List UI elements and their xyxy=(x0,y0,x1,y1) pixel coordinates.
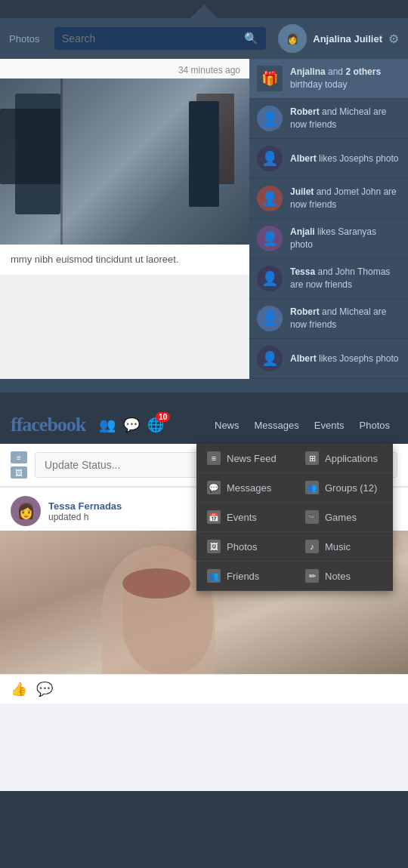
post-image xyxy=(0,78,249,245)
avatar: 👤 xyxy=(257,346,283,371)
music-icon: ♪ xyxy=(305,540,319,553)
sidebar-item-text: Albert likes Josephs photo xyxy=(290,352,398,365)
nav-events[interactable]: Events xyxy=(307,417,352,434)
games-label: Games xyxy=(325,512,357,523)
sidebar-item-text: Robert and Micheal are now friends xyxy=(290,306,400,331)
birthday-text: Anjalina and 2 others birthday today xyxy=(290,66,400,91)
avatar: 👤 xyxy=(257,146,283,171)
avatar: 👤 xyxy=(257,226,283,251)
dropdown-item-groups[interactable]: 👥 Groups (12) xyxy=(295,473,393,503)
friends-label: Friends xyxy=(227,571,259,582)
nav-news[interactable]: News xyxy=(207,417,247,434)
groups-icon: 👥 xyxy=(305,481,319,494)
feed-post-meta: Tessa Fernadas updated h xyxy=(48,500,122,522)
sidebar-birthday-item[interactable]: 🎁 Anjalina and 2 others birthday today xyxy=(249,59,408,99)
list-item[interactable]: 👤 Tessa and John Thomas are now friends xyxy=(249,259,408,299)
notification-badge: 10 xyxy=(156,412,170,422)
messages-icon-symbol: 💬 xyxy=(123,417,140,432)
facebook-logo: ffacebook xyxy=(11,414,85,436)
fb-icon-group: 👥 💬 🌐 10 xyxy=(99,417,164,433)
dropdown-item-games[interactable]: 🎮 Games xyxy=(295,503,393,532)
post-timestamp: 34 minutes ago xyxy=(0,59,249,78)
sidebar-item-text: Tessa and John Thomas are now friends xyxy=(290,266,400,291)
avatar: 👤 xyxy=(257,306,283,331)
status-icons: ≡ 🖼 xyxy=(11,451,27,479)
gear-icon[interactable]: ⚙ xyxy=(388,32,399,46)
bottom-arrow-container xyxy=(0,379,408,392)
sidebar-item-text: Juilet and Jomet John are now friends xyxy=(290,186,400,211)
bottom-arrow-shape xyxy=(190,379,218,392)
sidebar-item-text: Anjali likes Saranyas photo xyxy=(290,226,400,251)
right-sidebar: 🎁 Anjalina and 2 others birthday today 👤… xyxy=(249,59,408,379)
list-item[interactable]: 👤 Albert likes Josephs photo xyxy=(249,339,408,379)
dropdown-menu: ≡ News Feed 💬 Messages 📅 Events 🖼 Photos xyxy=(196,444,393,591)
status-icon-text: ≡ xyxy=(11,451,27,463)
notes-icon: ✏ xyxy=(305,569,319,583)
feed-post-avatar: 👩 xyxy=(11,496,41,526)
dropdown-left-col: ≡ News Feed 💬 Messages 📅 Events 🖼 Photos xyxy=(196,444,295,591)
messages-menu-label: Messages xyxy=(227,482,271,494)
dropdown-item-newsfeed[interactable]: ≡ News Feed xyxy=(196,444,295,473)
newsfeed-icon: ≡ xyxy=(207,451,221,465)
groups-label: Groups (12) xyxy=(325,482,377,494)
nav-photos[interactable]: Photos xyxy=(352,417,397,434)
dropdown-item-friends[interactable]: 👥 Friends xyxy=(196,562,295,591)
avatar: 👤 xyxy=(257,106,283,131)
avatar-icon: 👩 xyxy=(286,33,298,45)
feed-post-action: updated h xyxy=(48,512,122,522)
fb-main: ≡ 🖼 👩 Tessa Fernadas updated h xyxy=(0,444,408,791)
dropdown-item-notes[interactable]: ✏ Notes xyxy=(295,562,393,591)
dropdown-columns: ≡ News Feed 💬 Messages 📅 Events 🖼 Photos xyxy=(196,444,393,591)
globe-icon[interactable]: 🌐 10 xyxy=(147,417,164,433)
content-area: 34 minutes ago mmy nibh euismod tincidun… xyxy=(0,59,408,379)
photos-icon: 🖼 xyxy=(207,540,221,553)
post-text: mmy nibh euismod tincidunt ut laoreet. xyxy=(0,245,249,275)
dropdown-item-photos[interactable]: 🖼 Photos xyxy=(196,532,295,562)
final-arrow-shape xyxy=(190,793,218,806)
messages-icon[interactable]: 💬 xyxy=(123,417,140,433)
dropdown-item-events[interactable]: 📅 Events xyxy=(196,503,295,532)
bottom-section: ffacebook 👥 💬 🌐 10 News Messages Events … xyxy=(0,406,408,791)
feed-post-actions: 👍 💬 xyxy=(0,674,408,703)
dropdown-item-applications[interactable]: ⊞ Applications xyxy=(295,444,393,473)
events-icon: 📅 xyxy=(207,510,221,524)
list-item[interactable]: 👤 Juilet and Jomet John are now friends xyxy=(249,179,408,219)
comment-button[interactable]: 💬 xyxy=(36,681,53,697)
list-item[interactable]: 👤 Anjali likes Saranyas photo xyxy=(249,219,408,259)
friends-menu-icon: 👥 xyxy=(207,569,221,583)
applications-label: Applications xyxy=(325,453,378,464)
fb-nav: News Messages Events Photos xyxy=(207,417,397,434)
friends-icon[interactable]: 👥 xyxy=(99,417,116,433)
post-body: mmy nibh euismod tincidunt ut laoreet. xyxy=(11,254,179,265)
search-bar[interactable]: 🔍 xyxy=(54,27,266,50)
sidebar-item-text: Robert and Micheal are now friends xyxy=(290,106,400,131)
search-icon: 🔍 xyxy=(244,32,258,45)
status-icon-image: 🖼 xyxy=(11,466,27,479)
left-content: 34 minutes ago mmy nibh euismod tincidun… xyxy=(0,59,249,379)
list-item[interactable]: 👤 Robert and Micheal are now friends xyxy=(249,299,408,339)
avatar[interactable]: 👩 xyxy=(278,24,307,53)
dropdown-item-messages[interactable]: 💬 Messages xyxy=(196,473,295,503)
notes-label: Notes xyxy=(325,571,351,582)
applications-icon: ⊞ xyxy=(305,451,319,465)
top-arrow-shape xyxy=(190,5,218,18)
profile-area: 👩 Anjalina Juiliet ⚙ xyxy=(278,24,399,53)
photos-link[interactable]: Photos xyxy=(9,33,47,45)
list-item[interactable]: 👤 Albert likes Josephs photo xyxy=(249,139,408,179)
nav-messages[interactable]: Messages xyxy=(247,417,307,434)
like-button[interactable]: 👍 xyxy=(11,681,27,697)
dropdown-right-col: ⊞ Applications 👥 Groups (12) 🎮 Games ♪ M… xyxy=(295,444,393,591)
games-icon: 🎮 xyxy=(305,510,319,524)
header: Photos 🔍 👩 Anjalina Juiliet ⚙ xyxy=(0,18,408,59)
events-label: Events xyxy=(227,512,257,523)
search-input[interactable] xyxy=(62,32,240,45)
avatar: 👤 xyxy=(257,186,283,211)
user-name: Anjalina Juiliet xyxy=(313,33,382,45)
sidebar-item-text: Albert likes Josephs photo xyxy=(290,152,398,165)
dropdown-item-music[interactable]: ♪ Music xyxy=(295,532,393,562)
feed-post-name[interactable]: Tessa Fernadas xyxy=(48,500,122,512)
music-label: Music xyxy=(325,541,351,553)
final-bottom-arrow xyxy=(0,793,408,811)
list-item[interactable]: 👤 Robert and Micheal are now friends xyxy=(249,99,408,139)
gift-icon: 🎁 xyxy=(257,66,283,91)
